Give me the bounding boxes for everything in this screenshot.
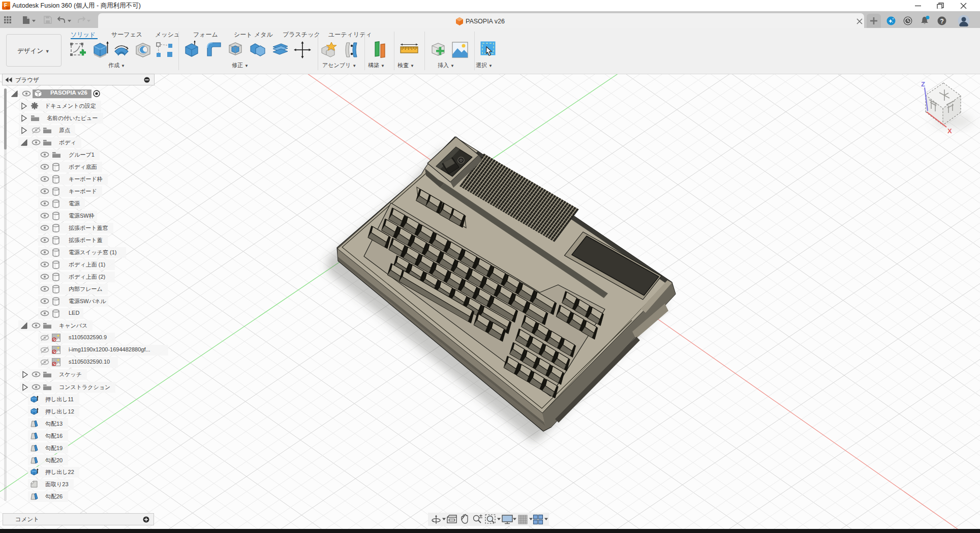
svg-text:Z: Z [921,80,925,88]
svg-text:X: X [947,127,952,135]
svg-text:?: ? [940,18,944,25]
